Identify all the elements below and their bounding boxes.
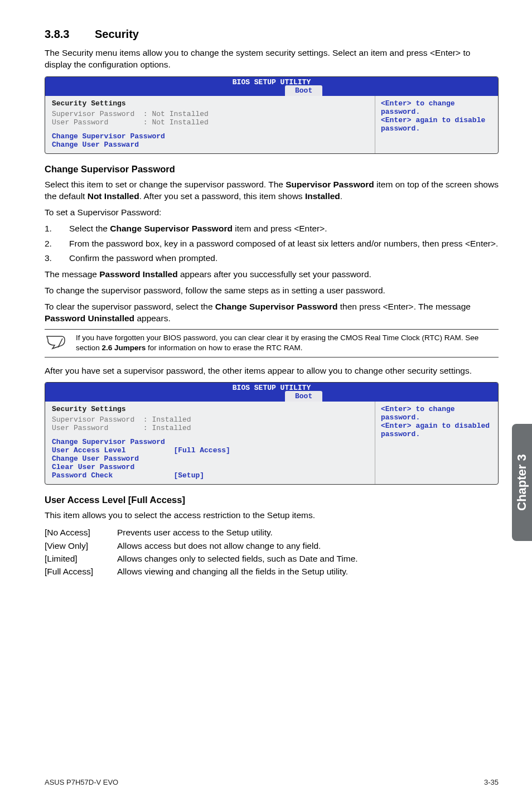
bios-screenshot-2: BIOS SETUP UTILITY Boot Security Setting… — [45, 382, 499, 485]
bios-utility-title: BIOS SETUP UTILITY — [45, 78, 498, 86]
option-value: Prevents user access to the Setup utilit… — [117, 526, 499, 539]
table-row: [Full Access] Allows viewing and changin… — [45, 565, 499, 578]
step-number: 1. — [45, 223, 69, 235]
bios-action: Clear User Password — [52, 463, 368, 471]
bios-section-title: Security Settings — [52, 405, 368, 413]
list-item: 3. Confirm the password when prompted. — [45, 253, 499, 264]
subheading-ual: User Access Level [Full Access] — [45, 495, 499, 505]
intro-paragraph: The Security menu items allow you to cha… — [45, 47, 499, 71]
subheading-csp: Change Supervisor Password — [45, 164, 499, 175]
step-number: 2. — [45, 238, 69, 250]
csp-clear-paragraph: To clear the supervisor password, select… — [45, 301, 499, 325]
csp-msg-paragraph: The message Password Installed appears a… — [45, 269, 499, 281]
bios-section-title: Security Settings — [52, 99, 368, 108]
option-key: [View Only] — [45, 539, 117, 552]
step-body: From the password box, key in a password… — [69, 238, 499, 250]
bios-left-panel: Security Settings Supervisor Password : … — [45, 402, 375, 484]
bios-action: Password Check [Setup] — [52, 471, 368, 480]
bios-help-text: <Enter> to change password. <Enter> agai… — [381, 99, 492, 133]
option-value: Allows changes only to selected fields, … — [117, 552, 499, 565]
table-row: [View Only] Allows access but does not a… — [45, 539, 499, 552]
bios-row: Supervisor Password : Installed — [52, 416, 368, 424]
bios-action: Change Supervisor Password — [52, 438, 368, 446]
after-note-paragraph: After you have set a supervisor password… — [45, 365, 499, 377]
option-key: [No Access] — [45, 526, 117, 539]
option-value: Allows access but does not allow change … — [117, 539, 499, 552]
list-item: 2. From the password box, key in a passw… — [45, 238, 499, 250]
bios-header: BIOS SETUP UTILITY Boot — [45, 383, 498, 402]
section-heading: 3.8.3Security — [45, 28, 499, 41]
section-title: Security — [95, 28, 139, 40]
option-key: [Full Access] — [45, 565, 117, 578]
bios-help-panel: <Enter> to change password. <Enter> agai… — [375, 96, 498, 153]
bios-row: User Password : Installed — [52, 424, 368, 432]
footer-right: 3-35 — [484, 778, 499, 786]
step-number: 3. — [45, 253, 69, 264]
bios-row: Supervisor Password : Not Installed — [52, 110, 368, 118]
bios-row: User Password : Not Installed — [52, 118, 368, 127]
bios-help-text: <Enter> to change password. <Enter> agai… — [381, 405, 492, 438]
bios-tab-boot: Boot — [285, 391, 322, 402]
table-row: [Limited] Allows changes only to selecte… — [45, 552, 499, 565]
step-body: Select the Change Supervisor Password it… — [69, 223, 499, 235]
chapter-side-label: Chapter 3 — [515, 454, 529, 510]
table-row: [No Access] Prevents user access to the … — [45, 526, 499, 539]
csp-steps-list: 1. Select the Change Supervisor Password… — [45, 223, 499, 265]
bios-action: User Access Level [Full Access] — [52, 446, 368, 455]
section-number: 3.8.3 — [45, 28, 95, 41]
csp-change-paragraph: To change the supervisor password, follo… — [45, 285, 499, 297]
csp-set-intro: To set a Supervisor Password: — [45, 207, 499, 219]
option-key: [Limited] — [45, 552, 117, 565]
bios-header: BIOS SETUP UTILITY Boot — [45, 77, 498, 96]
chapter-side-tab: Chapter 3 — [512, 424, 532, 541]
bios-left-panel: Security Settings Supervisor Password : … — [45, 96, 375, 153]
option-value: Allows viewing and changing all the fiel… — [117, 565, 499, 578]
bios-screenshot-1: BIOS SETUP UTILITY Boot Security Setting… — [45, 76, 499, 154]
bios-tab-boot: Boot — [285, 85, 322, 96]
page-footer: ASUS P7H57D-V EVO 3-35 — [45, 778, 499, 786]
bios-action: Change User Password — [52, 455, 368, 463]
bios-help-panel: <Enter> to change password. <Enter> agai… — [375, 402, 498, 484]
ual-options-table: [No Access] Prevents user access to the … — [45, 526, 499, 578]
note-icon — [45, 333, 76, 353]
note-text: If you have forgotten your BIOS password… — [76, 333, 499, 353]
bios-action: Change User Passward — [52, 141, 368, 149]
csp-paragraph-1: Select this item to set or change the su… — [45, 179, 499, 202]
bios-utility-title: BIOS SETUP UTILITY — [45, 384, 498, 392]
footer-left: ASUS P7H57D-V EVO — [45, 778, 118, 786]
ual-intro-paragraph: This item allows you to select the acces… — [45, 510, 499, 521]
bios-action: Change Supervisor Password — [52, 132, 368, 141]
list-item: 1. Select the Change Supervisor Password… — [45, 223, 499, 235]
step-body: Confirm the password when prompted. — [69, 253, 499, 264]
note-box: If you have forgotten your BIOS password… — [45, 329, 499, 357]
